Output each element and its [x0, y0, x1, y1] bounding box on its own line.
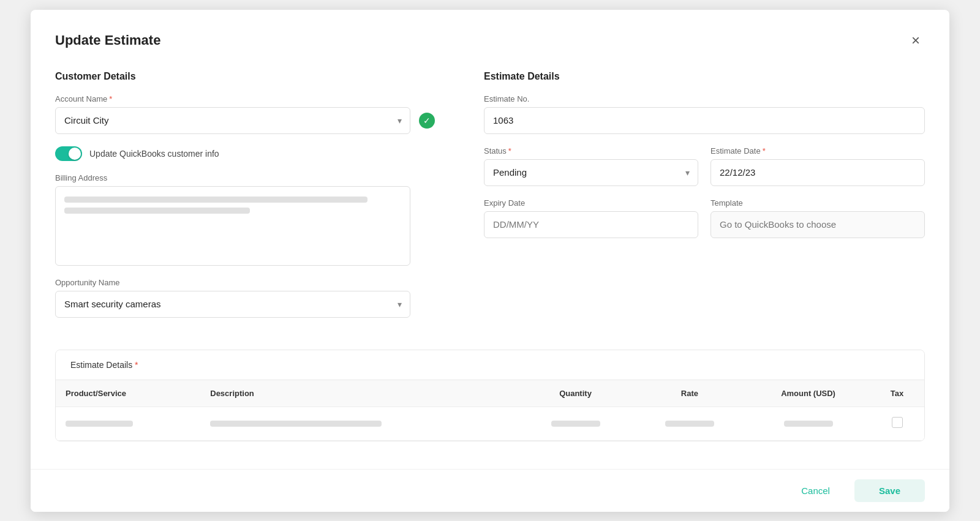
col-product: Product/Service: [56, 380, 200, 407]
modal-header: Update Estimate ×: [55, 29, 925, 51]
save-button[interactable]: Save: [854, 479, 925, 502]
quantity-placeholder: [551, 421, 600, 427]
estimate-date-label: Estimate Date *: [710, 146, 925, 156]
expiry-date-input[interactable]: [484, 211, 698, 238]
expiry-template-row: Expiry Date Template: [484, 198, 925, 238]
template-input[interactable]: [710, 211, 925, 238]
col-tax: Tax: [870, 380, 924, 407]
billing-line-1: [64, 197, 368, 203]
tax-checkbox[interactable]: [892, 417, 903, 428]
account-name-check-icon: ✓: [419, 113, 435, 129]
rate-placeholder: [665, 421, 714, 427]
required-indicator: *: [109, 94, 112, 103]
estimate-date-field: Estimate Date *: [710, 146, 925, 186]
status-field: Status * Pending Accepted Rejected Close…: [484, 146, 698, 186]
col-description: Description: [200, 380, 518, 407]
customer-details-col: Customer Details Account Name * Circuit …: [55, 71, 447, 330]
estimate-no-label: Estimate No.: [484, 94, 925, 103]
col-amount: Amount (USD): [747, 380, 870, 407]
table-container: Product/Service Description Quantity Rat…: [56, 380, 924, 441]
estimate-details-section: Estimate Details * Product/Service Descr…: [55, 350, 925, 441]
toggle-knob: [69, 148, 81, 160]
modal-footer: Cancel Save: [31, 469, 949, 512]
status-select-wrapper: Pending Accepted Rejected Closed ▾: [484, 159, 698, 186]
status-label: Status *: [484, 146, 698, 156]
table-body: [56, 407, 924, 440]
table-required: *: [135, 360, 138, 370]
billing-address-label: Billing Address: [55, 173, 447, 182]
quickbooks-toggle-row: Update QuickBooks customer info: [55, 146, 447, 161]
estimate-section-title: Estimate Details: [484, 71, 925, 82]
account-name-wrapper: Circuit City ▾ ✓: [55, 107, 447, 134]
modal-title: Update Estimate: [55, 32, 160, 48]
estimate-no-input[interactable]: [484, 107, 925, 134]
cancel-button[interactable]: Cancel: [791, 481, 840, 501]
col-quantity: Quantity: [518, 380, 632, 407]
opportunity-name-field: Opportunity Name Smart security cameras …: [55, 278, 447, 318]
estimate-date-input[interactable]: [710, 159, 925, 186]
estimate-details-col: Estimate Details Estimate No. Status * P…: [484, 71, 925, 330]
cell-description: [200, 407, 518, 440]
billing-address-content: [55, 186, 410, 266]
product-placeholder: [66, 421, 133, 427]
status-select[interactable]: Pending Accepted Rejected Closed: [484, 159, 698, 186]
account-name-label: Account Name *: [55, 94, 447, 103]
estimate-table: Product/Service Description Quantity Rat…: [56, 380, 924, 441]
expiry-date-label: Expiry Date: [484, 198, 698, 208]
quickbooks-toggle[interactable]: [55, 146, 82, 161]
account-name-select[interactable]: Circuit City: [55, 107, 410, 134]
cell-amount: [747, 407, 870, 440]
toggle-label: Update QuickBooks customer info: [89, 149, 219, 159]
status-date-row: Status * Pending Accepted Rejected Close…: [484, 146, 925, 186]
table-row: [56, 407, 924, 440]
estimate-no-field: Estimate No.: [484, 94, 925, 134]
billing-address-field: Billing Address: [55, 173, 447, 266]
status-required: *: [508, 146, 511, 156]
opportunity-name-select[interactable]: Smart security cameras: [55, 291, 410, 318]
date-required: *: [763, 146, 766, 156]
customer-section-title: Customer Details: [55, 71, 447, 82]
template-label: Template: [710, 198, 925, 208]
col-rate: Rate: [633, 380, 747, 407]
cell-rate: [633, 407, 747, 440]
opportunity-name-label: Opportunity Name: [55, 278, 447, 287]
amount-placeholder: [784, 421, 833, 427]
update-estimate-modal: Update Estimate × Customer Details Accou…: [31, 10, 949, 512]
form-body: Customer Details Account Name * Circuit …: [55, 71, 925, 330]
cell-tax: [870, 407, 924, 440]
billing-line-2: [64, 208, 250, 214]
table-header-row: Product/Service Description Quantity Rat…: [56, 380, 924, 407]
cell-product: [56, 407, 200, 440]
expiry-date-field: Expiry Date: [484, 198, 698, 238]
description-placeholder: [210, 421, 382, 427]
table-head: Product/Service Description Quantity Rat…: [56, 380, 924, 407]
account-name-field: Account Name * Circuit City ▾ ✓: [55, 94, 447, 134]
estimate-details-table-header: Estimate Details *: [56, 350, 924, 380]
cell-quantity: [518, 407, 632, 440]
template-field: Template: [710, 198, 925, 238]
close-button[interactable]: ×: [907, 29, 925, 51]
